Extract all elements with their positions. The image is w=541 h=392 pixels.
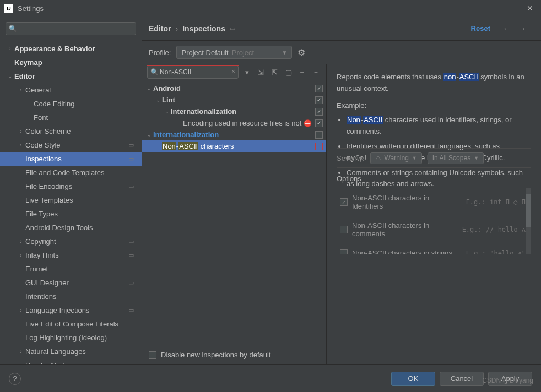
inspection-checkbox[interactable] (315, 131, 323, 139)
scrollbar[interactable] (526, 188, 531, 254)
option-row[interactable]: Non-ASCII characters in commentsE.g.: //… (337, 216, 529, 243)
ok-button[interactable]: OK (391, 372, 435, 386)
sidebar-item[interactable]: Inspections▭ (0, 152, 142, 166)
inspection-row[interactable]: Encoding used in resource files is not⛔ (142, 117, 326, 129)
settings-tree[interactable]: ›Appearance & BehaviorKeymap⌄Editor›Gene… (0, 40, 142, 364)
sidebar-item[interactable]: ›Language Injections▭ (0, 303, 142, 317)
tree-item-label: Language Injections (25, 306, 89, 314)
sidebar-item[interactable]: ›Color Scheme (0, 124, 142, 138)
sidebar-item[interactable]: File and Code Templates (0, 166, 142, 179)
inspection-row[interactable]: Non-ASCII characters (142, 140, 326, 152)
option-checkbox[interactable] (340, 226, 348, 233)
sidebar-item[interactable]: ›Natural Languages (0, 345, 142, 358)
inspections-panel: 🔍 × ▾ ⇲ ⇱ ▢ ＋ － ⌄Android⌄Lint⌄Internatio… (142, 64, 327, 364)
scope-icon: ▭ (128, 279, 134, 286)
example-label: Example: (337, 100, 531, 112)
inspection-checkbox[interactable] (315, 119, 323, 127)
option-row[interactable]: Non-ASCII characters in stringsE.g.: "he… (337, 243, 529, 254)
tree-item-label: Code Editing (34, 100, 74, 108)
breadcrumb-item[interactable]: Editor (149, 24, 171, 33)
sidebar-item[interactable]: File Types (0, 207, 142, 221)
tree-item-label: File and Code Templates (25, 168, 105, 177)
help-button[interactable]: ? (9, 373, 21, 385)
inspection-label: Android (153, 84, 181, 92)
sidebar-item[interactable]: Android Design Tools (0, 221, 142, 235)
sidebar-item[interactable]: ›Code Style▭ (0, 138, 142, 152)
disable-new-label: Disable new inspections by default (161, 351, 270, 359)
tree-item-label: Editor (14, 72, 35, 80)
gear-icon[interactable]: ⚙ (297, 47, 305, 58)
sidebar-item[interactable]: ›Inlay Hints▭ (0, 248, 142, 262)
sidebar-item[interactable]: ›General (0, 83, 142, 97)
sidebar-search[interactable]: 🔍 (6, 22, 136, 35)
close-icon[interactable]: ✕ (523, 4, 537, 13)
back-icon[interactable]: ← (499, 24, 515, 34)
cancel-button[interactable]: Cancel (440, 372, 484, 386)
inspection-detail: Reports code elements that uses non-ASCI… (327, 64, 541, 364)
inspection-checkbox[interactable] (315, 96, 323, 104)
severity-select[interactable]: ⚠ Warning ▼ (370, 152, 422, 164)
tree-arrow-icon: ⌄ (154, 97, 162, 103)
inspection-row[interactable]: ⌄Lint (142, 94, 326, 106)
tree-item-label: Android Design Tools (25, 224, 93, 232)
severity-label: Severity: (337, 154, 365, 162)
toggle-icon[interactable]: ▢ (283, 66, 294, 78)
breadcrumb-separator: › (175, 24, 178, 33)
tree-item-label: Log Highlighting (Ideolog) (25, 334, 107, 342)
inspections-tree[interactable]: ⌄Android⌄Lint⌄InternationalizationEncodi… (142, 83, 326, 345)
remove-icon[interactable]: － (310, 66, 322, 78)
inspections-search[interactable]: 🔍 × (147, 65, 239, 79)
tree-arrow-icon: › (17, 349, 25, 355)
sidebar-item[interactable]: File Encodings▭ (0, 179, 142, 193)
severity-row: Severity: ⚠ Warning ▼ In All Scopes ▼ (337, 148, 531, 168)
sidebar-item[interactable]: Keymap (0, 56, 142, 69)
option-checkbox[interactable] (340, 198, 348, 206)
sidebar-item[interactable]: Reader Mode▭ (0, 358, 142, 364)
tree-item-label: Live Templates (25, 196, 73, 204)
option-row[interactable]: Non-ASCII characters in IdentifiersE.g.:… (337, 188, 529, 216)
tree-arrow-icon: ⌄ (145, 86, 153, 91)
sidebar-item[interactable]: ›Appearance & Behavior (0, 42, 142, 56)
disable-new-row[interactable]: Disable new inspections by default (142, 345, 326, 364)
tree-arrow-icon: › (17, 252, 25, 258)
inspection-checkbox[interactable] (315, 85, 323, 92)
sidebar-item[interactable]: GUI Designer▭ (0, 276, 142, 290)
inspection-row[interactable]: ⌄Internationalization (142, 129, 326, 140)
inspection-row[interactable]: ⌄Internationalization (142, 106, 326, 117)
add-icon[interactable]: ＋ (296, 66, 308, 78)
disable-new-checkbox[interactable] (149, 351, 156, 359)
tree-item-label: Inspections (25, 155, 62, 163)
sidebar-item[interactable]: Intentions (0, 290, 142, 303)
apply-button[interactable]: Apply (488, 372, 532, 386)
sidebar-item[interactable]: Font (0, 111, 142, 124)
tree-item-label: Reader Mode (25, 361, 69, 364)
expand-all-icon[interactable]: ⇲ (255, 66, 267, 78)
inspections-search-input[interactable] (147, 66, 239, 79)
tree-item-label: Live Edit of Compose Literals (25, 320, 118, 328)
inspection-checkbox[interactable] (315, 108, 323, 116)
sidebar-item[interactable]: ›Copyright▭ (0, 235, 142, 248)
clear-icon[interactable]: × (231, 68, 235, 75)
sidebar-item[interactable]: Log Highlighting (Ideolog) (0, 331, 142, 345)
sidebar-item[interactable]: Live Edit of Compose Literals (0, 317, 142, 331)
sidebar-item[interactable]: Live Templates (0, 193, 142, 207)
sidebar-search-input[interactable] (6, 22, 136, 35)
tree-arrow-icon: › (17, 307, 25, 313)
scope-select[interactable]: In All Scopes ▼ (428, 152, 484, 164)
sidebar-item[interactable]: Code Editing (0, 97, 142, 111)
sidebar-item[interactable]: ⌄Editor (0, 69, 142, 83)
filter-icon[interactable]: ▾ (241, 66, 253, 78)
breadcrumb: Editor › Inspections ▭ (149, 24, 235, 33)
collapse-all-icon[interactable]: ⇱ (269, 66, 280, 78)
inspection-row[interactable]: ⌄Android (142, 83, 326, 94)
tree-arrow-icon: › (6, 46, 14, 52)
option-checkbox[interactable] (340, 249, 348, 255)
tree-item-label: Natural Languages (25, 347, 86, 356)
inspection-label: Lint (162, 96, 175, 104)
profile-select[interactable]: Project Default Project ▼ (176, 46, 292, 59)
sidebar-item[interactable]: Emmet (0, 262, 142, 276)
reset-link[interactable]: Reset (471, 24, 490, 32)
forward-icon[interactable]: → (515, 24, 530, 34)
option-label: Non-ASCII characters in Identifiers (352, 194, 462, 210)
inspection-checkbox[interactable] (315, 143, 323, 150)
